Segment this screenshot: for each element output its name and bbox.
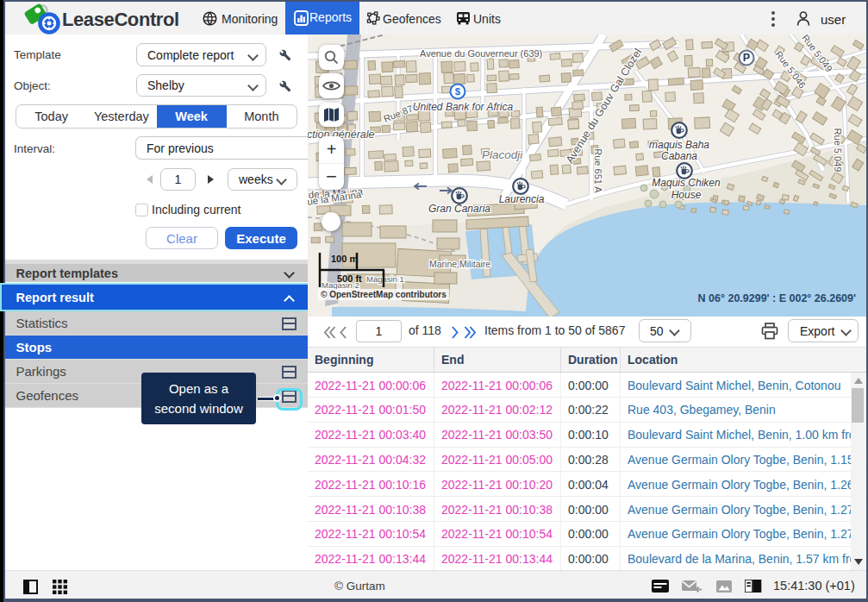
svg-text:United Bank for Africa: United Bank for Africa [413,101,514,113]
svg-text:House: House [671,189,702,201]
svg-text:Rue 651 A: Rue 651 A [593,148,603,193]
svg-text:Placodji: Placodji [482,148,523,161]
svg-text:maquis Baha: maquis Baha [649,139,709,151]
svg-text:$: $ [455,86,461,97]
svg-text:Marine Militaire: Marine Militaire [429,259,490,269]
svg-text:Cabana: Cabana [661,150,697,162]
svg-text:Rue 5.049: Rue 5.049 [833,129,843,172]
svg-text:Gran Canaria: Gran Canaria [428,203,490,215]
svg-text:P: P [743,52,750,64]
svg-text:Avenue du Gouverneur (639): Avenue du Gouverneur (639) [420,48,542,59]
svg-text:Laurencia: Laurencia [499,193,545,205]
